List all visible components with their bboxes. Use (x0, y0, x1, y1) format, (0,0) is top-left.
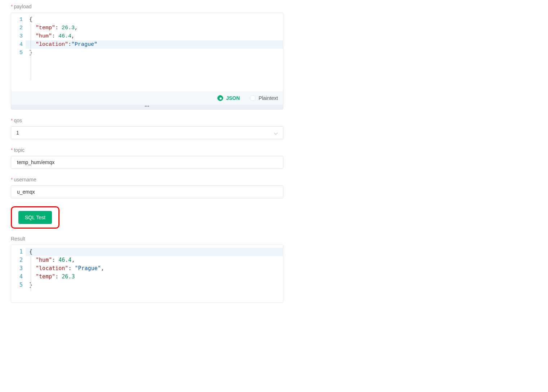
radio-on-icon (217, 95, 223, 101)
sql-test-button[interactable]: SQL Test (18, 211, 52, 224)
topic-section: *topic (11, 147, 537, 169)
result-code[interactable]: { "hum": 46.4, "location": "Prague", "te… (26, 245, 283, 303)
qos-value: 1 (16, 130, 19, 136)
format-json-radio[interactable]: JSON (217, 95, 240, 101)
payload-label-text: payload (14, 4, 31, 9)
result-gutter: 12345 (11, 245, 26, 303)
topic-input[interactable] (16, 156, 278, 168)
result-section: Result 12345 { "hum": 46.4, "location": … (11, 236, 537, 303)
format-plaintext-label: Plaintext (258, 95, 278, 101)
topic-label-text: topic (14, 147, 25, 153)
payload-gutter: 12345 (11, 13, 26, 91)
chevron-down-icon (274, 131, 278, 135)
resize-handle[interactable]: ••• (11, 105, 283, 109)
username-label-text: username (14, 177, 36, 182)
radio-off-icon (250, 95, 256, 101)
qos-label: *qos (11, 118, 537, 123)
payload-format-bar: JSON Plaintext (11, 91, 283, 105)
qos-section: *qos 1 (11, 118, 537, 139)
payload-code[interactable]: { "temp": 26.3, "hum": 46.4, "location":… (26, 13, 283, 91)
result-label-text: Result (11, 236, 25, 242)
username-label: *username (11, 177, 537, 182)
qos-select[interactable]: 1 (11, 126, 283, 139)
result-label: Result (11, 236, 537, 242)
topic-label: *topic (11, 147, 537, 153)
username-section: *username (11, 177, 537, 198)
sql-test-highlight: SQL Test (11, 206, 59, 229)
format-plaintext-radio[interactable]: Plaintext (250, 95, 278, 101)
payload-section: *payload 12345 { "temp": 26.3, "hum": 46… (11, 4, 537, 110)
username-input[interactable] (16, 186, 278, 198)
payload-editor[interactable]: 12345 { "temp": 26.3, "hum": 46.4, "loca… (11, 12, 283, 110)
payload-label: *payload (11, 4, 537, 9)
username-input-wrap (11, 185, 283, 198)
qos-label-text: qos (14, 118, 22, 123)
format-json-label: JSON (226, 95, 240, 101)
result-editor: 12345 { "hum": 46.4, "location": "Prague… (11, 245, 283, 303)
topic-input-wrap (11, 156, 283, 169)
